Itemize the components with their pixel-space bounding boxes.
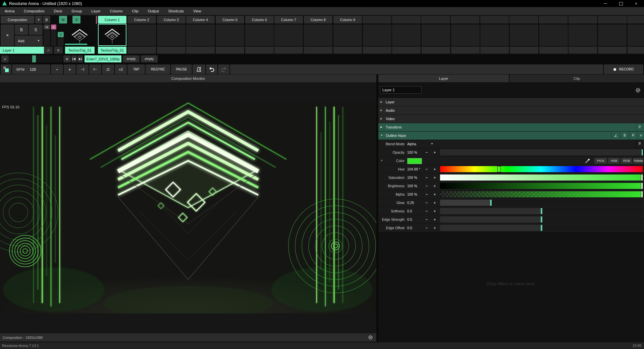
bpm-double-button[interactable]: ×2 bbox=[115, 64, 127, 74]
section-transform[interactable]: ▶ Transform P. bbox=[378, 123, 644, 131]
layer-crossfade-a-button[interactable]: A bbox=[44, 47, 53, 54]
deck-clip-button[interactable]: Enter7_DXV3_1080p bbox=[85, 55, 121, 62]
composition-view-icon[interactable] bbox=[1, 64, 11, 74]
layer-clip-thumbnail[interactable] bbox=[65, 25, 94, 46]
increment-button[interactable]: + bbox=[431, 199, 438, 207]
menu-item[interactable]: Shortcuts bbox=[164, 7, 189, 15]
color-hsb-button[interactable]: HSB bbox=[608, 158, 620, 164]
redo-icon[interactable] bbox=[218, 64, 229, 74]
decrement-button[interactable]: − bbox=[423, 215, 430, 223]
decrement-button[interactable]: − bbox=[423, 199, 430, 207]
master-button[interactable]: M bbox=[59, 16, 67, 23]
color-pick-button[interactable]: PICK bbox=[594, 158, 607, 164]
decrement-button[interactable]: − bbox=[423, 190, 430, 198]
close-button[interactable]: × bbox=[628, 0, 644, 7]
slider-handle[interactable] bbox=[497, 166, 501, 172]
chevron-down-icon[interactable]: ▼ bbox=[431, 140, 433, 148]
increment-button[interactable]: + bbox=[431, 182, 438, 190]
decrement-button[interactable]: − bbox=[423, 173, 430, 182]
slider-handle[interactable] bbox=[641, 191, 643, 197]
brightness-slider[interactable] bbox=[440, 183, 643, 189]
slider-handle[interactable] bbox=[641, 149, 643, 155]
color-swatch[interactable] bbox=[407, 158, 422, 164]
edge-strength-slider[interactable] bbox=[440, 216, 643, 222]
menu-item[interactable]: Composition bbox=[19, 7, 49, 15]
layer-solo-button[interactable]: S bbox=[29, 24, 43, 35]
metronome-icon[interactable] bbox=[193, 64, 205, 74]
layer-autopilot-button[interactable]: A bbox=[51, 24, 56, 30]
blend-preset-button[interactable]: P. bbox=[636, 140, 644, 148]
active-clip-thumbnail[interactable] bbox=[98, 24, 126, 46]
effect-outline-haze-header[interactable]: ▼ Outline Haze ∠ B P. × bbox=[378, 132, 644, 140]
column-7-button[interactable]: Column 7 bbox=[274, 16, 303, 23]
deck-empty-button[interactable]: empty bbox=[123, 55, 140, 62]
param-value[interactable]: 0.5 bbox=[407, 207, 423, 215]
layer-fader-a[interactable] bbox=[51, 30, 56, 46]
param-value[interactable]: 0.25 bbox=[407, 199, 423, 207]
column-1-button[interactable]: Column 1 bbox=[98, 16, 126, 23]
tab-clip[interactable]: Clip bbox=[509, 74, 644, 82]
param-value[interactable]: 100 % bbox=[407, 173, 423, 182]
solo-button[interactable]: S bbox=[72, 16, 80, 23]
composition-button[interactable]: Composition bbox=[1, 16, 34, 23]
menu-item[interactable]: Output bbox=[143, 7, 164, 15]
skip-to-start-icon[interactable] bbox=[71, 55, 77, 62]
record-button[interactable]: RECORD bbox=[604, 64, 643, 74]
composition-close-button[interactable]: × bbox=[35, 16, 42, 23]
crossfader-a-button[interactable]: A bbox=[1, 55, 9, 62]
param-value[interactable]: 100 % bbox=[407, 182, 423, 190]
layer-clip-name[interactable]: TechnoTrip_01 bbox=[65, 47, 95, 54]
slider-handle[interactable] bbox=[541, 225, 542, 231]
effect-close-button[interactable]: × bbox=[638, 132, 644, 140]
hue-slider[interactable] bbox=[440, 166, 643, 172]
bpm-half-button[interactable]: /2 bbox=[102, 64, 114, 74]
menu-item[interactable]: Deck bbox=[49, 7, 67, 15]
crossfader-handle[interactable] bbox=[32, 55, 36, 62]
decrement-button[interactable]: − bbox=[423, 182, 430, 190]
slider-handle[interactable] bbox=[541, 216, 542, 222]
increment-button[interactable]: + bbox=[431, 173, 438, 182]
decrement-button[interactable]: − bbox=[423, 207, 430, 215]
slider-handle[interactable] bbox=[541, 208, 542, 214]
crossfader-slider[interactable] bbox=[9, 55, 62, 62]
menu-item[interactable]: View bbox=[189, 7, 206, 15]
decrement-button[interactable]: − bbox=[423, 224, 430, 232]
undo-icon[interactable] bbox=[206, 64, 217, 74]
slider-handle[interactable] bbox=[641, 183, 643, 189]
bpm-increase-button[interactable]: + bbox=[64, 64, 76, 74]
section-layer[interactable]: ▶ Layer bbox=[378, 98, 644, 106]
blend-mode-dropdown[interactable]: Alpha bbox=[407, 140, 429, 148]
decrement-button[interactable]: − bbox=[423, 148, 430, 156]
layer-close-button[interactable]: × bbox=[1, 24, 14, 46]
bpm-display[interactable]: BPM 120 bbox=[12, 64, 50, 74]
layer-bypass-button[interactable]: B bbox=[15, 24, 28, 35]
skip-to-end-icon[interactable] bbox=[77, 55, 83, 62]
deck-empty-button[interactable]: empty bbox=[141, 55, 158, 62]
nudge-up-button[interactable]: ⊢ bbox=[89, 64, 101, 74]
pause-button[interactable]: PAUSE bbox=[171, 64, 192, 74]
increment-button[interactable]: + bbox=[431, 224, 438, 232]
slider-handle[interactable] bbox=[490, 200, 492, 206]
effect-edit-button[interactable]: ∠ bbox=[611, 132, 620, 140]
layer-name-input[interactable] bbox=[380, 86, 422, 94]
edge-offset-slider[interactable] bbox=[440, 225, 643, 231]
active-clip-name[interactable]: TechnoTrip_01 bbox=[98, 47, 126, 54]
column-5-button[interactable]: Column 5 bbox=[216, 16, 244, 23]
column-6-button[interactable]: Column 6 bbox=[245, 16, 274, 23]
param-value[interactable]: 104.99 ° bbox=[407, 165, 423, 173]
column-2-button[interactable]: Column 2 bbox=[127, 16, 156, 23]
decrement-button[interactable]: − bbox=[423, 165, 430, 173]
column-9-button[interactable]: Column 9 bbox=[333, 16, 362, 23]
bpm-decrease-button[interactable]: − bbox=[51, 64, 63, 74]
layer-fader-m[interactable] bbox=[44, 30, 50, 46]
effect-bypass-button[interactable]: B bbox=[620, 132, 629, 140]
opacity-slider[interactable] bbox=[440, 149, 643, 155]
menu-item[interactable]: Arena bbox=[0, 7, 19, 15]
param-value[interactable]: 100 % bbox=[407, 148, 423, 156]
increment-button[interactable]: + bbox=[431, 148, 438, 156]
increment-button[interactable]: + bbox=[431, 190, 438, 198]
saturation-slider[interactable] bbox=[440, 174, 643, 181]
alpha-slider[interactable] bbox=[440, 191, 643, 197]
menu-item[interactable]: Column bbox=[105, 7, 127, 15]
maximize-button[interactable] bbox=[613, 0, 628, 7]
